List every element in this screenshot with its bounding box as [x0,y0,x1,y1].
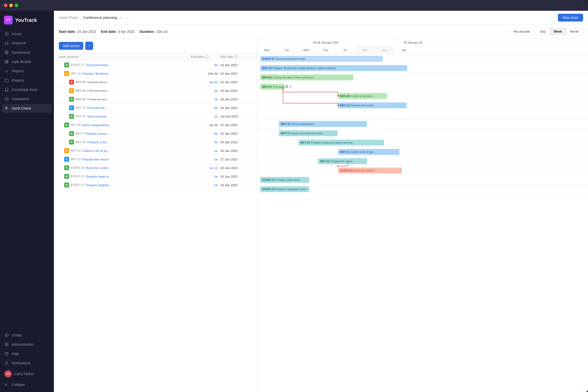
issue-summary: N MKT-45 Demo preparations [59,122,191,128]
sidebar-item-dashboards[interactable]: Dashboards [2,48,52,57]
sidebar-collapse[interactable]: Collapse [2,380,52,389]
gantt-bar-mkt3[interactable]: MKT-3 Prepare promotional emails [259,130,587,136]
issue-title[interactable]: Prepare "Boulevar... [82,72,111,76]
bar-mkt29[interactable]: MKT-29 Create an announ... [338,93,387,99]
bar-mkt13[interactable]: MKT-13 Promote the confer... [338,102,407,108]
view-day-button[interactable]: Day [536,28,550,35]
sidebar-item-help[interactable]: Help [2,349,52,358]
issue-title[interactable]: Book the confer... [86,166,111,170]
issue-title[interactable]: Prepare vegetar... [86,183,111,187]
issue-title[interactable]: Prepare a blo... [87,140,109,144]
col-header-summary: Issue summary [59,55,191,58]
sidebar-item-agile-boards[interactable]: Agile Boards [2,57,52,66]
chevron-down-small-icon [88,44,91,47]
gantt-row-mkt3: MKT-3 Prepare promotional emails [257,128,588,138]
bar-event29[interactable]: EVENT-29 Book the confere... [338,168,402,174]
issue-title[interactable]: Prepare promo... [86,132,110,136]
issue-summary: N EVENT-27 Send promotion... [59,62,191,68]
sidebar-item-reports[interactable]: Reports [2,67,52,76]
issue-title[interactable]: Prepare meat m... [86,175,112,178]
sidebar-item-projects[interactable]: Projects [2,76,52,85]
sidebar-item-helpdesk[interactable]: Helpdesk [2,39,52,48]
issue-title[interactable]: Create an an... [87,98,108,101]
issue-type-tag: N [69,114,74,119]
sidebar-divider [2,328,52,328]
estimation-info-icon[interactable]: i [206,55,209,58]
view-week-button[interactable]: Week [550,28,566,35]
issue-id: MKT-13 [76,106,86,110]
bar-mkt45[interactable]: MKT-45 Demo preparations [279,121,367,127]
bar-event13[interactable]: EVENT-13 Prepare vegetarian menu [260,186,309,192]
user-name: Carry Parker [14,372,34,376]
sidebar-item-timesheets[interactable]: Timesheets [2,94,52,104]
issue-title[interactable]: Send promoti... [87,115,109,118]
sidebar-item-notifications[interactable]: Notifications [2,359,52,368]
user-profile[interactable]: CP Carry Parker [2,368,52,380]
issue-title[interactable]: Find sponsors [87,89,107,92]
gantt-bar-mkt33[interactable]: MKT-33 Prepare the venue [259,158,587,164]
breadcrumb-current[interactable]: Conference planning [83,16,122,20]
gantt-bar-mkt11[interactable]: MKT-11 Collect a list of spe... [259,149,587,155]
close-button[interactable] [4,4,7,7]
issue-date: 25 Jan 2022 [220,123,252,127]
window-menu[interactable]: ⋯ [579,2,584,8]
gantt-bar-mkt16[interactable]: MKT-16 Find sponsors [259,84,587,90]
gantt-bar-mkt29[interactable]: MKT-29 Create an announ... [259,93,587,99]
sidebar-item-create[interactable]: Create [2,331,52,340]
issue-title[interactable]: Choose the d... [87,80,109,84]
issue-title[interactable]: Promote the ... [87,106,108,110]
view-toggle-group: Day Week Month [536,28,583,35]
duration-value: 10w 2d [156,30,167,34]
issue-estimation: 1w [191,183,220,187]
bar-mkt10[interactable]: MKT-10 Prepare "Boulevard of Agile Dream… [260,65,407,71]
sidebar-item-gantt-charts[interactable]: Gantt Charts [2,104,52,113]
gantt-bar-mkt45[interactable]: MKT-45 Demo preparations [259,121,587,127]
expand-button[interactable] [59,123,63,127]
view-month-button[interactable]: Month [566,28,583,35]
bar-mkt91[interactable]: MKT-91 Prepare a blog post about new fea… [298,140,384,146]
bar-mkt16[interactable]: MKT-16 Find sponsors [260,84,285,90]
startdate-info-icon[interactable]: i [234,55,238,58]
recalculate-button[interactable]: Recalculate [510,28,534,35]
issue-title[interactable]: Demo preparations [82,123,110,127]
sidebar-item-administration[interactable]: Administration [2,340,52,349]
issue-title[interactable]: Send promotion... [86,63,111,67]
gantt-bar-event12[interactable]: EVENT-12 Prepare meat menu [259,177,587,183]
gantt-bar-mkt91[interactable]: MKT-91 Prepare a blog post about new fea… [259,140,587,146]
gantt-day-wed: Wed [296,46,316,54]
breadcrumb-parent[interactable]: Gantt Charts [59,16,78,20]
issue-title[interactable]: Prepare the venue [82,158,108,161]
bar-event27[interactable]: EVENT-27 Send promotional emails [260,56,383,62]
new-chart-button[interactable]: New chart [558,14,583,22]
gantt-month-header: 24-29 January 2022 30 January 20... [257,39,588,46]
gantt-bar-mkt13[interactable]: MKT-13 Promote the confer... [259,102,587,108]
bar-mkt11[interactable]: MKT-11 Collect a list of spe... [338,149,399,155]
maximize-button[interactable] [15,4,18,7]
col-header-estimation: Estimation i [191,55,220,58]
breadcrumb-more-icon[interactable]: ⋯ [126,15,130,20]
expand-button[interactable] [59,72,63,76]
book-icon [4,88,9,92]
gantt-bar-event13[interactable]: EVENT-13 Prepare vegetarian menu [259,186,587,192]
sidebar-item-knowledge-base[interactable]: Knowledge Base [2,85,52,94]
add-issues-dropdown-button[interactable] [85,42,93,50]
bar-mkt12[interactable]: MKT-12 Choose the date of the conference [260,74,353,80]
issue-summary: N MKT-3 Prepare promo... [59,131,191,136]
issue-date: 24 Jan 2022 [220,183,252,187]
gantt-bar-event27[interactable]: EVENT-27 Send promotional emails [259,56,587,62]
settings-icon [4,342,9,347]
minimize-button[interactable] [9,4,13,7]
gantt-bar-event29[interactable]: EVENT-29 Book the confere... [259,167,587,174]
table-row: N EVENT-13 Prepare vegetar... 1w 24 Jan … [54,181,257,190]
add-issues-button[interactable]: Add issues [59,42,83,50]
bar-mkt33[interactable]: MKT-33 Prepare the venue [318,158,367,164]
sidebar-item-issues[interactable]: Issues [2,30,52,38]
bar-mkt3[interactable]: MKT-3 Prepare promotional emails [279,130,338,136]
sidebar-label-agile-boards: Agile Boards [12,60,31,64]
bar-event12[interactable]: EVENT-12 Prepare meat menu [260,177,309,183]
issue-date: 28 Jan 2022 [220,149,252,153]
gantt-bar-mkt10[interactable]: MKT-10 Prepare "Boulevard of Agile Dream… [259,65,587,71]
issue-date: 24 Jan 2022 [220,72,252,76]
gantt-bar-mkt12[interactable]: MKT-12 Choose the date of the conference [259,74,587,80]
issue-title[interactable]: Collect a list of sp... [82,149,110,153]
